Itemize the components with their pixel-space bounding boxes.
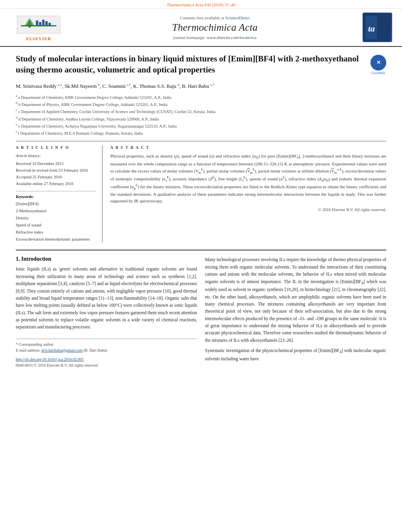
keyword-6: Excess/deviation thermodynamic parameter… xyxy=(16,236,96,243)
section-name: Introduction xyxy=(21,256,51,262)
abstract-column: A B S T R A C T Physical properties, suc… xyxy=(110,145,386,243)
homepage-url[interactable]: www.elsevier.com/locate/tca xyxy=(207,35,256,40)
article-history: Article history: Received 10 December 20… xyxy=(16,153,96,187)
intro-paragraph-left: Ionic liquids (ILs) as 'green' solvents … xyxy=(16,265,197,331)
article-info-header: A R T I C L E I N F O xyxy=(16,145,96,150)
revised-date: Received in revised form 23 February 201… xyxy=(16,167,96,174)
journal-citation: Thermochimica Acta 630 (2016) 37–49 xyxy=(167,2,235,7)
issn-line: 0040-6031/© 2016 Elsevier B.V. All right… xyxy=(16,362,197,368)
authors-line: M. Srinivasa Reddy a,e, Sk.Md Nayeem b, … xyxy=(16,82,386,91)
svg-rect-4 xyxy=(36,20,38,25)
keyword-4: Speed of sound xyxy=(16,222,96,229)
ta-logo-area: ta xyxy=(359,13,395,42)
affil-c: c c Department of Applied Chemistry, Coc… xyxy=(16,108,386,115)
elsevier-logo xyxy=(15,14,62,35)
paper-body: Study of molecular interactions in binar… xyxy=(0,47,402,376)
email-line: E-mail address: dr.b.haribabu@gmail.com … xyxy=(16,347,197,353)
available-date: Available online 27 February 2016 xyxy=(16,181,96,187)
journal-title: Thermochimica Acta xyxy=(78,22,352,33)
accepted-date: Accepted 25 February 2016 xyxy=(16,174,96,181)
keywords-title: Keywords: xyxy=(16,195,96,199)
svg-rect-5 xyxy=(39,22,41,25)
email-name: (B. Hari Babu). xyxy=(84,348,108,352)
email-label: E-mail address: xyxy=(16,348,40,352)
keyword-5: Refractive index xyxy=(16,229,96,236)
elsevier-text: ELSEVIER xyxy=(26,36,51,41)
intro-section-title: 1. Introduction xyxy=(16,256,197,262)
journal-title-area: Contents lists available at ScienceDirec… xyxy=(70,15,359,40)
keyword-1: [Emim][BF4] xyxy=(16,200,96,208)
journal-homepage: journal homepage: www.elsevier.com/locat… xyxy=(78,35,352,40)
doi-line: http://dx.doi.org/10.1016/j.tca.2016.02.… xyxy=(16,356,197,362)
crossmark-icon xyxy=(370,55,386,70)
svg-marker-2 xyxy=(25,18,34,25)
journal-header: ELSEVIER Contents lists available at Sci… xyxy=(0,9,402,47)
affil-f: f f Department of Chemistry, M.E.S Ponna… xyxy=(16,130,386,136)
contents-line: Contents lists available at ScienceDirec… xyxy=(78,15,352,20)
sciencedirect-link[interactable]: ScienceDirect xyxy=(225,15,250,20)
elsevier-logo-image xyxy=(17,16,60,33)
svg-rect-8 xyxy=(48,23,51,25)
article-info-column: A R T I C L E I N F O Article history: R… xyxy=(16,145,102,243)
intro-paragraph-right-1: Many technological processes involving I… xyxy=(205,256,386,344)
copyright-line: © 2016 Elsevier B.V. All rights reserved… xyxy=(110,208,386,212)
affil-e: e e Department of Chemistry, Acharya Nag… xyxy=(16,122,386,129)
main-right-column: Many technological processes involving I… xyxy=(205,256,386,368)
crossmark-label: CrossMark xyxy=(370,71,386,75)
svg-rect-3 xyxy=(29,25,30,28)
contents-label: Contents lists available at xyxy=(180,15,224,20)
email-link[interactable]: dr.b.haribabu@gmail.com xyxy=(41,348,82,352)
paper-title-section: Study of molecular interactions in binar… xyxy=(16,53,386,78)
section-number: 1. xyxy=(16,256,20,262)
abstract-header: A B S T R A C T xyxy=(110,145,386,150)
keyword-3: Density xyxy=(16,215,96,222)
affil-a: a a Department of Chemistry, KRK Governm… xyxy=(16,94,386,100)
keywords-list: [Emim][BF4] 2-Methoxyethanol Density Spe… xyxy=(16,200,96,243)
keyword-2: 2-Methoxyethanol xyxy=(16,208,96,215)
svg-rect-7 xyxy=(45,21,48,25)
paper-title: Study of molecular interactions in binar… xyxy=(16,53,365,76)
authors-text: M. Srinivasa Reddy a,e, Sk.Md Nayeem b, … xyxy=(16,83,215,89)
abstract-text: Physical properties, such as density (ρ)… xyxy=(110,153,386,204)
ta-logo-badge: ta xyxy=(363,13,392,42)
history-title: Article history: xyxy=(16,153,96,159)
corresponding-note: * Corresponding author. xyxy=(16,341,197,347)
received-date: Received 10 December 2015 xyxy=(16,161,96,167)
affil-d: d d Department of Chemistry, Andhra Loyo… xyxy=(16,115,386,122)
homepage-label: journal homepage: xyxy=(173,35,205,40)
intro-paragraph-right-2: Systematic investigation of the physicoc… xyxy=(205,347,386,362)
journal-citation-bar: Thermochimica Acta 630 (2016) 37–49 xyxy=(0,0,402,9)
crossmark-badge: CrossMark xyxy=(370,55,386,70)
affil-b: b b Department of Physics, KRK Governmen… xyxy=(16,101,386,108)
article-columns: A R T I C L E I N F O Article history: R… xyxy=(16,141,386,243)
svg-text:ta: ta xyxy=(368,24,375,33)
doi-link[interactable]: http://dx.doi.org/10.1016/j.tca.2016.02.… xyxy=(16,357,84,361)
main-content: 1. Introduction Ionic liquids (ILs) as '… xyxy=(16,250,386,368)
affiliations: a a Department of Chemistry, KRK Governm… xyxy=(16,94,386,137)
footnote-area: * Corresponding author. E-mail address: … xyxy=(16,339,197,368)
main-left-column: 1. Introduction Ionic liquids (ILs) as '… xyxy=(16,256,197,368)
svg-rect-0 xyxy=(21,25,56,26)
publisher-logo-area: ELSEVIER xyxy=(7,14,70,41)
keywords-section: Keywords: [Emim][BF4] 2-Methoxyethanol D… xyxy=(16,191,96,243)
svg-rect-6 xyxy=(42,20,45,25)
